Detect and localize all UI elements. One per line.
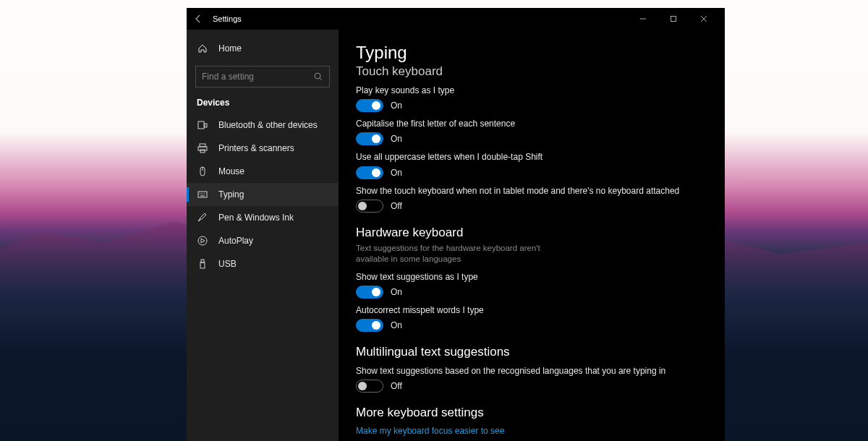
autoplay-icon [197, 235, 208, 247]
home-icon [197, 43, 208, 54]
setting-show-touch-keyboard: Show the touch keyboard when not in tabl… [356, 185, 707, 213]
svg-rect-11 [200, 262, 205, 268]
setting-label: Play key sounds as I type [356, 85, 707, 96]
toggle-knob [372, 288, 380, 296]
close-button[interactable] [689, 8, 719, 30]
svg-rect-0 [671, 17, 676, 22]
setting-label: Show text suggestions based on the recog… [356, 365, 707, 377]
sidebar-home-label: Home [218, 43, 242, 53]
toggle-state-text: On [391, 287, 402, 297]
toggle-double-tap-shift[interactable] [356, 166, 383, 179]
sidebar-item-label: USB [218, 259, 237, 269]
section-title-multilingual: Multilingual text suggestions [356, 345, 707, 359]
sidebar-section-title: Devices [187, 95, 339, 114]
toggle-key-sounds[interactable] [356, 99, 383, 112]
window-body: Home Devices Bluetooth & other devices [187, 30, 725, 441]
svg-point-9 [198, 236, 207, 245]
settings-window: Settings Home [187, 8, 725, 441]
sidebar-item-label: Typing [218, 189, 244, 200]
sidebar-item-label: Printers & scanners [218, 143, 294, 153]
mouse-icon [197, 166, 208, 177]
toggle-state-text: Off [391, 201, 402, 211]
toggle-knob [372, 101, 380, 110]
setting-multilingual-suggestions: Show text suggestions based on the recog… [356, 365, 707, 393]
pen-icon [197, 212, 208, 223]
search-icon [314, 72, 323, 82]
svg-point-1 [315, 73, 320, 79]
svg-rect-2 [198, 121, 204, 129]
search-box[interactable] [195, 66, 330, 87]
minimize-button[interactable] [628, 8, 658, 30]
maximize-button[interactable] [658, 8, 689, 30]
sidebar-item-bluetooth[interactable]: Bluetooth & other devices [187, 114, 339, 137]
toggle-knob [372, 134, 380, 143]
minimize-icon [639, 15, 647, 22]
page-title: Typing [356, 43, 707, 63]
setting-label: Autocorrect misspelt words I type [356, 304, 707, 316]
section-more-settings: More keyboard settings Make my keyboard … [356, 406, 707, 441]
toggle-row: On [356, 166, 707, 179]
toggle-row: On [356, 319, 707, 332]
sidebar-item-typing[interactable]: Typing [187, 183, 339, 206]
window-title: Settings [213, 14, 242, 23]
toggle-multilingual-suggestions[interactable] [356, 380, 383, 393]
sidebar-item-label: Pen & Windows Ink [218, 213, 294, 223]
setting-label: Show text suggestions as I type [356, 271, 707, 283]
toggle-knob [372, 168, 380, 177]
sidebar-item-label: Bluetooth & other devices [218, 120, 318, 130]
toggle-row: Off [356, 200, 707, 213]
usb-icon [197, 258, 208, 270]
toggle-show-touch-keyboard[interactable] [356, 200, 383, 213]
setting-label: Show the touch keyboard when not in tabl… [356, 185, 707, 197]
toggle-state-text: On [391, 320, 402, 330]
sidebar-item-mouse[interactable]: Mouse [187, 160, 339, 183]
titlebar: Settings [187, 8, 725, 30]
setting-double-tap-shift: Use all uppercase letters when I double-… [356, 151, 707, 179]
section-multilingual: Multilingual text suggestions Show text … [356, 345, 707, 393]
svg-rect-3 [205, 124, 207, 127]
sidebar-item-label: Mouse [218, 166, 244, 176]
content-pane: Typing Touch keyboard Play key sounds as… [339, 30, 725, 441]
toggle-row: Off [356, 380, 707, 393]
back-button[interactable] [192, 8, 205, 30]
sidebar-item-label: AutoPlay [218, 236, 253, 246]
toggle-state-text: Off [391, 381, 402, 391]
setting-show-suggestions: Show text suggestions as I type On [356, 271, 707, 299]
link-keyboard-focus[interactable]: Make my keyboard focus easier to see [356, 426, 707, 436]
section-title-more: More keyboard settings [356, 406, 707, 420]
maximize-icon [670, 15, 677, 22]
sidebar-home[interactable]: Home [187, 37, 339, 60]
toggle-state-text: On [391, 134, 402, 144]
sidebar-item-printers[interactable]: Printers & scanners [187, 137, 339, 160]
setting-label: Use all uppercase letters when I double-… [356, 151, 707, 163]
toggle-row: On [356, 132, 707, 145]
section-title-touch: Touch keyboard [356, 64, 707, 79]
sidebar-item-pen[interactable]: Pen & Windows Ink [187, 206, 339, 229]
section-touch-keyboard: Touch keyboard Play key sounds as I type… [356, 64, 707, 213]
setting-autocorrect: Autocorrect misspelt words I type On [356, 304, 707, 332]
section-hardware-keyboard: Hardware keyboard Text suggestions for t… [356, 226, 707, 332]
sidebar-item-autoplay[interactable]: AutoPlay [187, 229, 339, 252]
setting-key-sounds: Play key sounds as I type On [356, 85, 707, 112]
toggle-capitalise-first[interactable] [356, 132, 383, 145]
search-input[interactable] [202, 72, 314, 82]
svg-rect-8 [198, 192, 207, 197]
back-arrow-icon [195, 14, 203, 23]
devices-icon [197, 119, 208, 131]
setting-label: Capitalise the first letter of each sent… [356, 118, 707, 129]
toggle-row: On [356, 99, 707, 112]
sidebar-item-usb[interactable]: USB [187, 252, 339, 275]
setting-capitalise-first: Capitalise the first letter of each sent… [356, 118, 707, 145]
toggle-show-suggestions[interactable] [356, 286, 383, 299]
toggle-knob [358, 202, 367, 210]
toggle-autocorrect[interactable] [356, 319, 383, 332]
section-subtext-hardware: Text suggestions for the hardware keyboa… [356, 243, 573, 265]
toggle-state-text: On [391, 168, 402, 178]
section-title-hardware: Hardware keyboard [356, 226, 707, 240]
toggle-knob [358, 382, 367, 390]
close-icon [700, 15, 707, 22]
svg-rect-10 [201, 260, 204, 262]
sidebar: Home Devices Bluetooth & other devices [187, 30, 339, 441]
toggle-row: On [356, 286, 707, 299]
printer-icon [197, 142, 208, 154]
